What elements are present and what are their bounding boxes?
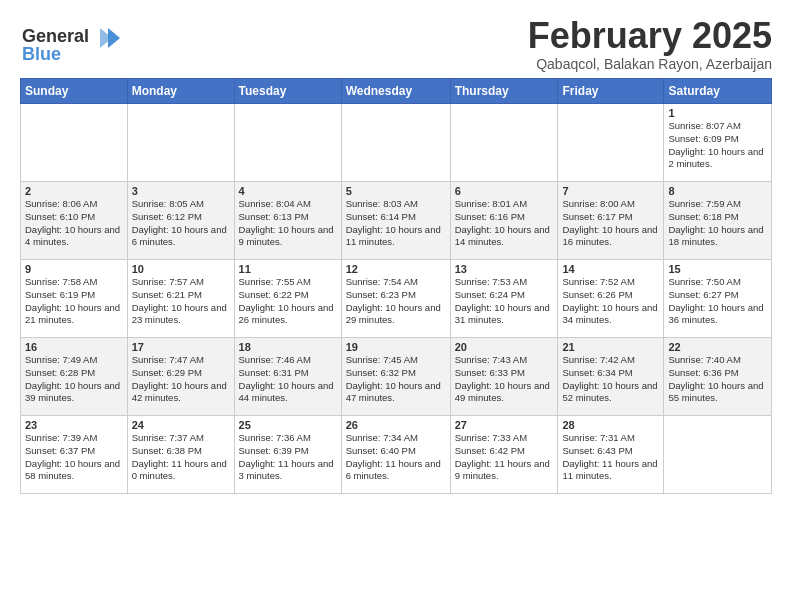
- day-number: 14: [562, 263, 659, 275]
- table-cell: 22Sunrise: 7:40 AMSunset: 6:36 PMDayligh…: [664, 338, 772, 416]
- day-info: Daylight: 10 hours and 58 minutes.: [25, 458, 123, 484]
- day-info: Daylight: 10 hours and 47 minutes.: [346, 380, 446, 406]
- col-friday: Friday: [558, 79, 664, 104]
- day-info: Sunset: 6:31 PM: [239, 367, 337, 380]
- day-info: Sunrise: 7:55 AM: [239, 276, 337, 289]
- day-info: Sunrise: 7:45 AM: [346, 354, 446, 367]
- table-cell: 15Sunrise: 7:50 AMSunset: 6:27 PMDayligh…: [664, 260, 772, 338]
- day-info: Sunrise: 7:43 AM: [455, 354, 554, 367]
- table-cell: 10Sunrise: 7:57 AMSunset: 6:21 PMDayligh…: [127, 260, 234, 338]
- day-number: 9: [25, 263, 123, 275]
- day-info: Sunset: 6:18 PM: [668, 211, 767, 224]
- day-info: Sunrise: 7:53 AM: [455, 276, 554, 289]
- day-number: 8: [668, 185, 767, 197]
- day-info: Sunset: 6:36 PM: [668, 367, 767, 380]
- table-cell: [234, 104, 341, 182]
- table-cell: 18Sunrise: 7:46 AMSunset: 6:31 PMDayligh…: [234, 338, 341, 416]
- day-info: Daylight: 11 hours and 3 minutes.: [239, 458, 337, 484]
- day-info: Sunrise: 7:31 AM: [562, 432, 659, 445]
- day-info: Daylight: 10 hours and 18 minutes.: [668, 224, 767, 250]
- week-row-1: 2Sunrise: 8:06 AMSunset: 6:10 PMDaylight…: [21, 182, 772, 260]
- table-cell: 8Sunrise: 7:59 AMSunset: 6:18 PMDaylight…: [664, 182, 772, 260]
- day-info: Sunset: 6:40 PM: [346, 445, 446, 458]
- day-info: Sunset: 6:26 PM: [562, 289, 659, 302]
- day-info: Daylight: 10 hours and 4 minutes.: [25, 224, 123, 250]
- day-info: Sunset: 6:38 PM: [132, 445, 230, 458]
- day-number: 17: [132, 341, 230, 353]
- day-number: 19: [346, 341, 446, 353]
- day-info: Daylight: 11 hours and 6 minutes.: [346, 458, 446, 484]
- day-info: Sunset: 6:29 PM: [132, 367, 230, 380]
- day-info: Sunrise: 8:07 AM: [668, 120, 767, 133]
- day-info: Sunrise: 8:05 AM: [132, 198, 230, 211]
- day-number: 2: [25, 185, 123, 197]
- table-cell: 19Sunrise: 7:45 AMSunset: 6:32 PMDayligh…: [341, 338, 450, 416]
- day-info: Sunset: 6:28 PM: [25, 367, 123, 380]
- day-number: 13: [455, 263, 554, 275]
- table-cell: 4Sunrise: 8:04 AMSunset: 6:13 PMDaylight…: [234, 182, 341, 260]
- day-number: 3: [132, 185, 230, 197]
- day-info: Daylight: 10 hours and 36 minutes.: [668, 302, 767, 328]
- day-number: 26: [346, 419, 446, 431]
- day-number: 10: [132, 263, 230, 275]
- table-cell: 16Sunrise: 7:49 AMSunset: 6:28 PMDayligh…: [21, 338, 128, 416]
- day-info: Sunrise: 8:04 AM: [239, 198, 337, 211]
- table-cell: 14Sunrise: 7:52 AMSunset: 6:26 PMDayligh…: [558, 260, 664, 338]
- calendar-table: Sunday Monday Tuesday Wednesday Thursday…: [20, 78, 772, 494]
- day-info: Daylight: 10 hours and 21 minutes.: [25, 302, 123, 328]
- day-number: 24: [132, 419, 230, 431]
- day-info: Sunset: 6:22 PM: [239, 289, 337, 302]
- day-number: 4: [239, 185, 337, 197]
- day-info: Sunset: 6:10 PM: [25, 211, 123, 224]
- header: General Blue February 2025 Qabaqcol, Bal…: [20, 16, 772, 72]
- table-cell: [450, 104, 558, 182]
- day-info: Sunrise: 7:52 AM: [562, 276, 659, 289]
- day-info: Sunrise: 7:37 AM: [132, 432, 230, 445]
- day-info: Daylight: 10 hours and 29 minutes.: [346, 302, 446, 328]
- day-info: Sunset: 6:37 PM: [25, 445, 123, 458]
- day-info: Sunset: 6:17 PM: [562, 211, 659, 224]
- day-info: Sunrise: 7:54 AM: [346, 276, 446, 289]
- day-info: Daylight: 10 hours and 16 minutes.: [562, 224, 659, 250]
- day-number: 1: [668, 107, 767, 119]
- day-info: Daylight: 10 hours and 39 minutes.: [25, 380, 123, 406]
- day-info: Sunrise: 7:42 AM: [562, 354, 659, 367]
- day-info: Sunrise: 8:00 AM: [562, 198, 659, 211]
- table-cell: [341, 104, 450, 182]
- day-number: 7: [562, 185, 659, 197]
- calendar-header-row: Sunday Monday Tuesday Wednesday Thursday…: [21, 79, 772, 104]
- week-row-2: 9Sunrise: 7:58 AMSunset: 6:19 PMDaylight…: [21, 260, 772, 338]
- day-info: Daylight: 10 hours and 44 minutes.: [239, 380, 337, 406]
- page: General Blue February 2025 Qabaqcol, Bal…: [0, 0, 792, 612]
- table-cell: 23Sunrise: 7:39 AMSunset: 6:37 PMDayligh…: [21, 416, 128, 494]
- table-cell: 1Sunrise: 8:07 AMSunset: 6:09 PMDaylight…: [664, 104, 772, 182]
- table-cell: [664, 416, 772, 494]
- day-info: Daylight: 10 hours and 23 minutes.: [132, 302, 230, 328]
- table-cell: 27Sunrise: 7:33 AMSunset: 6:42 PMDayligh…: [450, 416, 558, 494]
- day-info: Sunset: 6:12 PM: [132, 211, 230, 224]
- day-info: Sunset: 6:14 PM: [346, 211, 446, 224]
- col-wednesday: Wednesday: [341, 79, 450, 104]
- day-number: 21: [562, 341, 659, 353]
- table-cell: [21, 104, 128, 182]
- svg-text:General: General: [22, 26, 89, 46]
- day-number: 27: [455, 419, 554, 431]
- table-cell: 7Sunrise: 8:00 AMSunset: 6:17 PMDaylight…: [558, 182, 664, 260]
- day-number: 16: [25, 341, 123, 353]
- col-tuesday: Tuesday: [234, 79, 341, 104]
- day-number: 22: [668, 341, 767, 353]
- day-number: 28: [562, 419, 659, 431]
- logo: General Blue: [20, 20, 130, 72]
- day-info: Sunrise: 7:46 AM: [239, 354, 337, 367]
- logo-text: General Blue: [20, 20, 130, 72]
- day-info: Daylight: 11 hours and 9 minutes.: [455, 458, 554, 484]
- col-sunday: Sunday: [21, 79, 128, 104]
- table-cell: 12Sunrise: 7:54 AMSunset: 6:23 PMDayligh…: [341, 260, 450, 338]
- day-info: Daylight: 10 hours and 55 minutes.: [668, 380, 767, 406]
- day-info: Daylight: 10 hours and 34 minutes.: [562, 302, 659, 328]
- day-info: Sunset: 6:19 PM: [25, 289, 123, 302]
- day-info: Sunset: 6:33 PM: [455, 367, 554, 380]
- day-info: Sunrise: 7:59 AM: [668, 198, 767, 211]
- day-info: Sunrise: 8:03 AM: [346, 198, 446, 211]
- day-info: Daylight: 10 hours and 6 minutes.: [132, 224, 230, 250]
